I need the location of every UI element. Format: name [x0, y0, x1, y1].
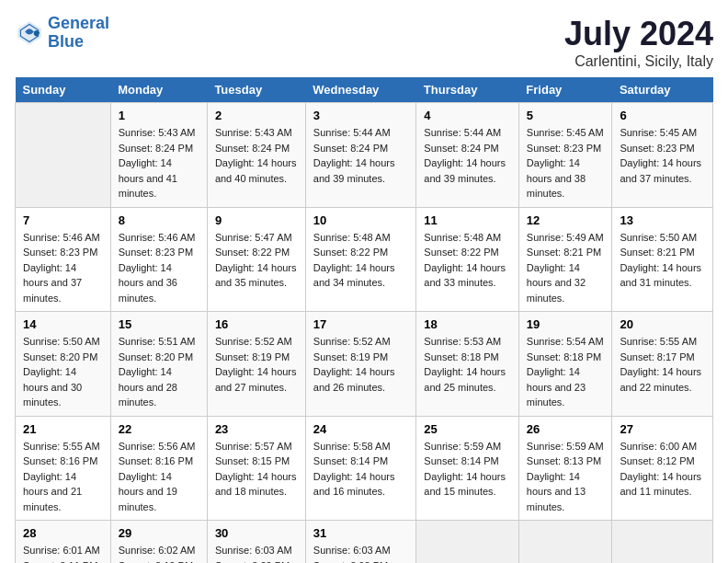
day-info: Sunrise: 5:59 AMSunset: 8:13 PMDaylight:…: [527, 439, 605, 515]
day-info: Sunrise: 6:03 AMSunset: 8:09 PMDaylight:…: [215, 543, 298, 563]
logo-icon: [15, 18, 44, 48]
main-title: July 2024: [564, 15, 713, 53]
day-info: Sunrise: 5:44 AMSunset: 8:24 PMDaylight:…: [313, 125, 409, 186]
calendar-cell: 23Sunrise: 5:57 AMSunset: 8:15 PMDayligh…: [207, 416, 305, 521]
column-header-thursday: Thursday: [416, 77, 518, 103]
calendar-cell: 10Sunrise: 5:48 AMSunset: 8:22 PMDayligh…: [305, 207, 416, 312]
day-number: 17: [313, 317, 409, 331]
day-info: Sunrise: 5:48 AMSunset: 8:22 PMDaylight:…: [424, 230, 510, 291]
day-number: 8: [119, 213, 199, 227]
day-info: Sunrise: 6:03 AMSunset: 8:08 PMDaylight:…: [313, 543, 409, 563]
day-info: Sunrise: 5:58 AMSunset: 8:14 PMDaylight:…: [313, 439, 409, 500]
day-number: 12: [527, 213, 605, 227]
day-info: Sunrise: 5:45 AMSunset: 8:23 PMDaylight:…: [527, 125, 605, 201]
calendar-cell: 17Sunrise: 5:52 AMSunset: 8:19 PMDayligh…: [305, 312, 416, 417]
calendar-cell: 25Sunrise: 5:59 AMSunset: 8:14 PMDayligh…: [416, 416, 518, 521]
calendar-header-row: SundayMondayTuesdayWednesdayThursdayFrid…: [16, 77, 713, 103]
calendar-cell: 16Sunrise: 5:52 AMSunset: 8:19 PMDayligh…: [207, 312, 305, 417]
day-number: 6: [620, 109, 705, 122]
calendar-week-4: 21Sunrise: 5:55 AMSunset: 8:16 PMDayligh…: [16, 416, 713, 521]
calendar-cell: 2Sunrise: 5:43 AMSunset: 8:24 PMDaylight…: [207, 103, 305, 208]
calendar-cell: 20Sunrise: 5:55 AMSunset: 8:17 PMDayligh…: [612, 312, 713, 417]
calendar-cell: 6Sunrise: 5:45 AMSunset: 8:23 PMDaylight…: [612, 103, 713, 208]
calendar-table: SundayMondayTuesdayWednesdayThursdayFrid…: [15, 77, 713, 563]
title-block: July 2024 Carlentini, Sicily, Italy: [564, 15, 713, 70]
calendar-cell: 1Sunrise: 5:43 AMSunset: 8:24 PMDaylight…: [110, 103, 207, 208]
logo-text: General Blue: [48, 15, 109, 52]
calendar-cell: 26Sunrise: 5:59 AMSunset: 8:13 PMDayligh…: [518, 416, 612, 521]
column-header-sunday: Sunday: [16, 77, 111, 103]
calendar-cell: 30Sunrise: 6:03 AMSunset: 8:09 PMDayligh…: [207, 521, 305, 564]
day-number: 21: [23, 422, 103, 436]
day-number: 23: [215, 422, 298, 436]
day-info: Sunrise: 5:46 AMSunset: 8:23 PMDaylight:…: [119, 230, 199, 306]
column-header-saturday: Saturday: [612, 77, 713, 103]
day-number: 4: [424, 109, 510, 122]
day-info: Sunrise: 6:02 AMSunset: 8:10 PMDaylight:…: [119, 543, 199, 563]
column-header-tuesday: Tuesday: [207, 77, 305, 103]
day-info: Sunrise: 5:49 AMSunset: 8:21 PMDaylight:…: [527, 230, 605, 306]
calendar-cell: 19Sunrise: 5:54 AMSunset: 8:18 PMDayligh…: [518, 312, 612, 417]
day-info: Sunrise: 5:43 AMSunset: 8:24 PMDaylight:…: [215, 125, 298, 186]
calendar-week-2: 7Sunrise: 5:46 AMSunset: 8:23 PMDaylight…: [16, 207, 713, 312]
day-number: 20: [620, 317, 705, 331]
day-info: Sunrise: 6:01 AMSunset: 8:11 PMDaylight:…: [23, 543, 103, 563]
day-info: Sunrise: 5:57 AMSunset: 8:15 PMDaylight:…: [215, 439, 298, 500]
calendar-cell: 4Sunrise: 5:44 AMSunset: 8:24 PMDaylight…: [416, 103, 518, 208]
day-number: 14: [23, 317, 103, 331]
day-number: 10: [313, 213, 409, 227]
day-info: Sunrise: 5:54 AMSunset: 8:18 PMDaylight:…: [527, 334, 605, 410]
subtitle: Carlentini, Sicily, Italy: [564, 53, 713, 70]
day-info: Sunrise: 5:52 AMSunset: 8:19 PMDaylight:…: [313, 334, 409, 395]
calendar-cell: 29Sunrise: 6:02 AMSunset: 8:10 PMDayligh…: [110, 521, 207, 564]
day-number: 3: [313, 109, 409, 122]
calendar-cell: 8Sunrise: 5:46 AMSunset: 8:23 PMDaylight…: [110, 207, 207, 312]
calendar-cell: 22Sunrise: 5:56 AMSunset: 8:16 PMDayligh…: [110, 416, 207, 521]
day-info: Sunrise: 5:53 AMSunset: 8:18 PMDaylight:…: [424, 334, 510, 395]
logo: General Blue: [15, 15, 109, 52]
day-number: 5: [527, 109, 605, 122]
day-info: Sunrise: 5:43 AMSunset: 8:24 PMDaylight:…: [119, 125, 199, 201]
calendar-cell: [416, 521, 518, 564]
day-number: 9: [215, 213, 298, 227]
day-number: 22: [119, 422, 199, 436]
calendar-cell: 11Sunrise: 5:48 AMSunset: 8:22 PMDayligh…: [416, 207, 518, 312]
day-info: Sunrise: 5:46 AMSunset: 8:23 PMDaylight:…: [23, 230, 103, 306]
day-number: 24: [313, 422, 409, 436]
day-number: 27: [620, 422, 705, 436]
day-number: 28: [23, 526, 103, 540]
day-info: Sunrise: 5:55 AMSunset: 8:17 PMDaylight:…: [620, 334, 705, 395]
day-number: 2: [215, 109, 298, 122]
calendar-cell: 15Sunrise: 5:51 AMSunset: 8:20 PMDayligh…: [110, 312, 207, 417]
day-number: 7: [23, 213, 103, 227]
page-header: General Blue July 2024 Carlentini, Sicil…: [15, 15, 713, 70]
calendar-cell: 9Sunrise: 5:47 AMSunset: 8:22 PMDaylight…: [207, 207, 305, 312]
calendar-cell: 12Sunrise: 5:49 AMSunset: 8:21 PMDayligh…: [518, 207, 612, 312]
column-header-wednesday: Wednesday: [305, 77, 416, 103]
calendar-cell: 28Sunrise: 6:01 AMSunset: 8:11 PMDayligh…: [16, 521, 111, 564]
column-header-monday: Monday: [110, 77, 207, 103]
day-number: 1: [119, 109, 199, 122]
day-info: Sunrise: 5:50 AMSunset: 8:20 PMDaylight:…: [23, 334, 103, 410]
day-info: Sunrise: 5:59 AMSunset: 8:14 PMDaylight:…: [424, 439, 510, 500]
day-info: Sunrise: 5:45 AMSunset: 8:23 PMDaylight:…: [620, 125, 705, 186]
day-number: 29: [119, 526, 199, 540]
calendar-cell: 7Sunrise: 5:46 AMSunset: 8:23 PMDaylight…: [16, 207, 111, 312]
day-info: Sunrise: 5:50 AMSunset: 8:21 PMDaylight:…: [620, 230, 705, 291]
calendar-week-1: 1Sunrise: 5:43 AMSunset: 8:24 PMDaylight…: [16, 103, 713, 208]
day-number: 30: [215, 526, 298, 540]
day-info: Sunrise: 6:00 AMSunset: 8:12 PMDaylight:…: [620, 439, 705, 500]
calendar-week-3: 14Sunrise: 5:50 AMSunset: 8:20 PMDayligh…: [16, 312, 713, 417]
calendar-cell: 27Sunrise: 6:00 AMSunset: 8:12 PMDayligh…: [612, 416, 713, 521]
day-info: Sunrise: 5:55 AMSunset: 8:16 PMDaylight:…: [23, 439, 103, 515]
day-info: Sunrise: 5:56 AMSunset: 8:16 PMDaylight:…: [119, 439, 199, 515]
day-number: 19: [527, 317, 605, 331]
calendar-cell: [518, 521, 612, 564]
day-number: 31: [313, 526, 409, 540]
day-number: 13: [620, 213, 705, 227]
calendar-cell: 18Sunrise: 5:53 AMSunset: 8:18 PMDayligh…: [416, 312, 518, 417]
calendar-cell: 21Sunrise: 5:55 AMSunset: 8:16 PMDayligh…: [16, 416, 111, 521]
calendar-cell: [16, 103, 111, 208]
day-info: Sunrise: 5:47 AMSunset: 8:22 PMDaylight:…: [215, 230, 298, 291]
calendar-cell: 5Sunrise: 5:45 AMSunset: 8:23 PMDaylight…: [518, 103, 612, 208]
